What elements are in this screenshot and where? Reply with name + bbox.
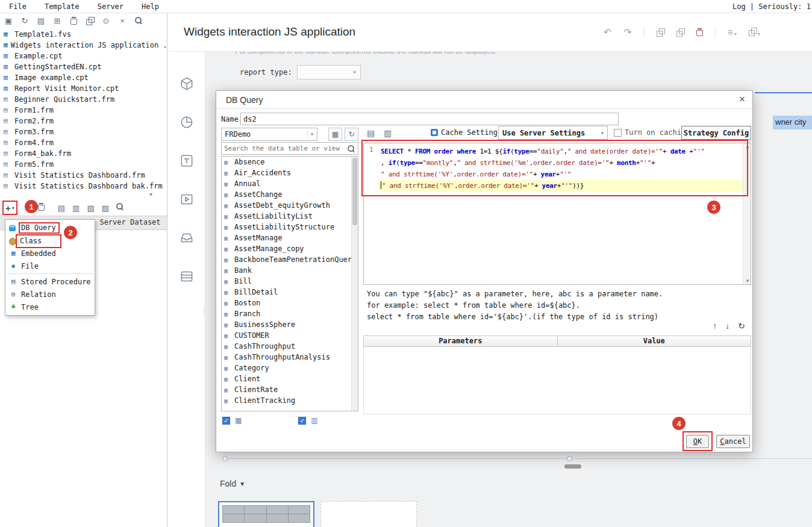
component-icon[interactable]	[179, 76, 195, 94]
menu-template[interactable]: Template	[36, 2, 89, 11]
sql-editor[interactable]: 1 SELECT * FROM order where 1=1 ${if(typ…	[363, 143, 751, 285]
cancel-button[interactable]: Cancel	[716, 435, 750, 448]
ds-menu-item-embedded[interactable]: ▦Embedded	[5, 247, 95, 260]
card-icon[interactable]	[179, 269, 195, 287]
table-item[interactable]: ▦AssetLiabilityStructure	[222, 222, 358, 232]
table-item[interactable]: ▦AssetManage	[222, 232, 358, 243]
tree-item[interactable]: ▤Visit Statistics Dashboard bak.frm	[0, 181, 167, 192]
table-item[interactable]: ▦ClientTracking	[222, 395, 358, 406]
locate-icon[interactable]: ⊙	[101, 16, 111, 25]
tree-item[interactable]: ▥Example.cpt	[0, 51, 167, 61]
move-up-icon[interactable]: ↑	[713, 321, 717, 331]
table-item[interactable]: ▦ClientRate	[222, 384, 358, 395]
report-type-select[interactable]: ▾	[297, 65, 361, 80]
text-widget-icon[interactable]	[179, 153, 195, 171]
delete-icon[interactable]	[69, 16, 78, 25]
menu-file[interactable]: File	[0, 2, 36, 11]
menu-server[interactable]: Server	[89, 2, 133, 11]
edit-connection-icon[interactable]: ▦	[328, 128, 342, 141]
layers-icon[interactable]: ▾	[749, 27, 760, 38]
editor-scrollbar[interactable]: ▲ ▼	[743, 143, 751, 284]
db-config-icon[interactable]: ▧	[87, 204, 94, 213]
search-icon[interactable]	[134, 16, 143, 25]
table-item[interactable]: ▦Boston	[222, 298, 358, 308]
copy-icon[interactable]	[657, 28, 664, 36]
table-item[interactable]: ▦AssetDebt_equityGrowth	[222, 200, 358, 211]
table-item[interactable]: ▦Air_Accidents	[222, 167, 358, 178]
delete-dataset-icon[interactable]	[38, 203, 45, 213]
report-block-thumbnail[interactable]	[218, 501, 314, 527]
slider-handle[interactable]	[567, 456, 572, 461]
preview-sql-icon[interactable]: ▤	[367, 128, 375, 138]
server-settings-select[interactable]: Use Server Settings ▾	[498, 126, 608, 140]
table-item[interactable]: ▦BusinessSphere	[222, 319, 358, 330]
chart-icon[interactable]	[179, 114, 195, 133]
table-item[interactable]: ▦Absence	[222, 157, 358, 167]
sql-code[interactable]: SELECT * FROM order where 1=1 ${if(type=…	[378, 143, 743, 284]
table-item[interactable]: ▦CashThroughputAnalysis	[222, 352, 358, 363]
show-views-checkbox[interactable]: ✓	[298, 417, 306, 425]
table-item[interactable]: ▦Client	[222, 373, 358, 384]
owner-city-param[interactable]: wner city	[773, 116, 812, 129]
turn-on-caching-checkbox[interactable]	[614, 129, 622, 137]
redo-icon[interactable]: ↷	[623, 27, 631, 38]
table-search-input[interactable]	[222, 143, 346, 154]
database-select[interactable]: FRDemo ▾	[221, 128, 317, 141]
inbox-icon[interactable]	[179, 230, 195, 248]
table-item[interactable]: ▦BillDetail	[222, 287, 358, 298]
close-icon[interactable]: ×	[117, 16, 127, 25]
tree-item[interactable]: ▤Beginner Quickstart.frm	[0, 94, 167, 105]
tree-item[interactable]: ▥Image example.cpt	[0, 72, 167, 83]
ok-button[interactable]: OK	[686, 435, 709, 448]
tree-item[interactable]: ▥GettingStartedEN.cpt	[0, 61, 167, 72]
tree-item[interactable]: ▤Form3.frm	[0, 126, 167, 137]
refresh-params-icon[interactable]: ↻	[738, 321, 745, 331]
undo-icon[interactable]: ↶	[604, 27, 611, 38]
fold-toggle[interactable]: Fold ▼	[220, 479, 245, 488]
search-dataset-icon[interactable]	[116, 203, 124, 213]
table-item[interactable]: ▦AssetLiabilityList	[222, 211, 358, 222]
slider-handle[interactable]	[222, 456, 228, 461]
table-item[interactable]: ▦Annual	[222, 178, 358, 189]
tree-item[interactable]: ▥Report Visit Monitor.cpt	[0, 83, 167, 94]
media-icon[interactable]	[179, 192, 195, 210]
table-item[interactable]: ▦AssetChange	[222, 189, 358, 200]
ds-menu-item-relation[interactable]: ⊞Relation	[5, 288, 95, 301]
log-status-text[interactable]: Log | Seriously: 1	[732, 2, 811, 11]
tree-item[interactable]: ▤Visit Statistics Dashboard.frm	[0, 170, 167, 181]
refresh-icon[interactable]: ↻	[20, 16, 30, 25]
refresh-connection-icon[interactable]: ↻	[345, 128, 358, 141]
ds-menu-item-file[interactable]: ◆File	[5, 260, 95, 272]
table-item[interactable]: ▦Category	[222, 363, 358, 373]
ds-menu-item-class[interactable]: Class	[5, 234, 95, 247]
table-item[interactable]: ▦CashThroughput	[222, 341, 358, 352]
tab-server-dataset[interactable]: Server Dataset	[96, 218, 164, 226]
edit-dataset-icon[interactable]: ▤	[58, 204, 65, 213]
table-item[interactable]: ▦BackboneTeamPenetrationQuery	[222, 254, 358, 265]
dataset-name-input[interactable]	[240, 113, 619, 125]
empty-block-thumbnail[interactable]	[320, 501, 417, 527]
table-list-scrollbar[interactable]	[351, 157, 358, 411]
db-copy-icon[interactable]: ▨	[102, 204, 109, 213]
strategy-config-button[interactable]: Strategy Config	[681, 126, 751, 140]
show-tables-checkbox[interactable]: ✓	[222, 417, 230, 425]
ds-menu-item-stored-procedure[interactable]: ▤Stored Procedure	[5, 275, 95, 288]
new-template-icon[interactable]: ▣	[4, 16, 13, 25]
move-down-icon[interactable]: ↓	[725, 321, 729, 331]
tree-item[interactable]: ▤Form4_bak.frm	[0, 148, 167, 159]
tree-item[interactable]: ▤Form2.frm	[0, 116, 167, 126]
add-grid-icon[interactable]: ⊞	[52, 16, 62, 25]
tree-item[interactable]: ▦Widgets interaction JS application .fvs	[0, 40, 167, 51]
table-item[interactable]: ▦Bank	[222, 265, 358, 276]
table-item[interactable]: ▦AssetManage_copy	[222, 243, 358, 254]
menu-help[interactable]: Help	[133, 2, 168, 11]
scroll-up-icon[interactable]: ▲	[745, 144, 750, 149]
delete-icon[interactable]	[696, 28, 703, 36]
add-dataset-button[interactable]: + ▾	[2, 201, 17, 215]
preview-icon[interactable]: ▤	[36, 16, 46, 25]
align-icon[interactable]: ≡▾	[728, 27, 737, 38]
horizontal-scrollbar[interactable]	[564, 464, 581, 469]
format-sql-icon[interactable]: ▥	[384, 128, 392, 138]
scroll-down-icon[interactable]: ▼	[745, 278, 750, 284]
parameters-table-body[interactable]	[363, 347, 751, 414]
